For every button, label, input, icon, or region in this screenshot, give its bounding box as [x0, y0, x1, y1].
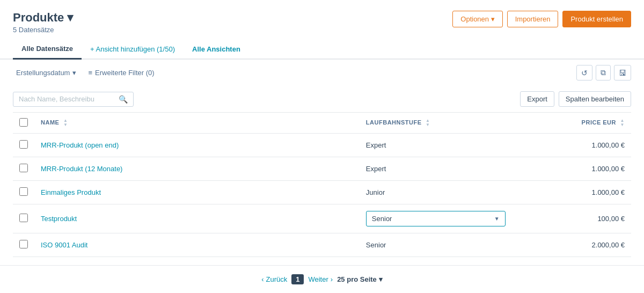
filter-icon: ≡ [88, 69, 92, 77]
col-header-career[interactable]: LAUFBAHNSTUFE ▲ ▼ [360, 113, 512, 134]
chevron-down-icon: ▾ [72, 69, 76, 77]
prev-page-button[interactable]: ‹ Zurück [261, 275, 287, 283]
search-box[interactable]: 🔍 [13, 92, 134, 107]
page-title: Produkte ▾ [13, 11, 73, 25]
table-area: 🔍 Export Spalten bearbeiten NAME ▲ ▼ [0, 86, 644, 265]
tab-all-records[interactable]: Alle Datensätze [13, 39, 82, 60]
create-product-button[interactable]: Produkt erstellen [562, 11, 631, 27]
name-sort-icon[interactable]: ▲ ▼ [63, 119, 68, 127]
career-cell: Expert [360, 134, 512, 157]
col-header-name[interactable]: NAME ▲ ▼ [34, 113, 360, 134]
tab-add-view[interactable]: + Ansicht hinzufügen (1/50) [82, 40, 184, 58]
career-dropdown[interactable]: Senior▼ [366, 211, 506, 226]
table-toolbar: 🔍 Export Spalten bearbeiten [13, 86, 631, 112]
chevron-down-icon: ▼ [494, 216, 500, 222]
pagination: ‹ Zurück 1 Weiter › 25 pro Seite ▾ [0, 265, 644, 293]
price-cell: 1.000,00 € [512, 134, 631, 157]
price-cell: 1.000,00 € [512, 157, 631, 181]
columns-button[interactable]: Spalten bearbeiten [559, 91, 631, 107]
per-page-button[interactable]: 25 pro Seite ▾ [337, 275, 383, 283]
search-input[interactable] [19, 95, 115, 103]
career-cell: Junior [360, 181, 512, 204]
row-checkbox[interactable] [19, 164, 28, 172]
page-header: Produkte ▾ 5 Datensätze Optionen ▾ Impor… [0, 0, 644, 39]
tabs-bar: Alle Datensätze + Ansicht hinzufügen (1/… [0, 39, 644, 60]
product-name-link[interactable]: Testprodukt [41, 215, 77, 223]
table-row: MRR-Produkt (12 Monate)Expert1.000,00 € [13, 157, 631, 181]
title-chevron-icon[interactable]: ▾ [67, 11, 73, 25]
row-checkbox[interactable] [19, 214, 28, 222]
save-button[interactable]: 🖫 [614, 65, 631, 80]
filter-left: Erstellungsdatum ▾ ≡ Erweiterte Filter (… [13, 67, 158, 79]
price-sort-icon[interactable]: ▲ ▼ [620, 119, 625, 127]
product-name-link[interactable]: MRR-Produkt (open end) [41, 141, 119, 149]
title-section: Produkte ▾ 5 Datensätze [13, 11, 73, 34]
next-page-button[interactable]: Weiter › [308, 275, 333, 283]
advanced-filter-button[interactable]: ≡ Erweiterte Filter (0) [85, 67, 157, 79]
col-header-check [13, 113, 34, 134]
undo-button[interactable]: ↺ [576, 65, 592, 80]
record-count: 5 Datensätze [13, 26, 73, 34]
tab-all-views[interactable]: Alle Ansichten [184, 40, 249, 58]
table-row: TestproduktSenior▼100,00 € [13, 204, 631, 233]
career-cell: Senior▼ [360, 204, 512, 233]
options-button[interactable]: Optionen ▾ [452, 11, 502, 27]
price-cell: 1.000,00 € [512, 181, 631, 204]
header-actions: Optionen ▾ Importieren Produkt erstellen [452, 11, 631, 27]
export-button[interactable]: Export [520, 91, 554, 107]
table-actions: Export Spalten bearbeiten [520, 91, 631, 107]
table-row: Einmaliges ProduktJunior1.000,00 € [13, 181, 631, 204]
price-cell: 2.000,00 € [512, 233, 631, 257]
row-checkbox[interactable] [19, 240, 28, 248]
table-row: MRR-Produkt (open end)Expert1.000,00 € [13, 134, 631, 157]
career-sort-icon[interactable]: ▲ ▼ [426, 119, 430, 127]
title-text: Produkte [13, 11, 64, 25]
col-header-price[interactable]: PRICE EUR ▲ ▼ [512, 113, 631, 134]
product-name-link[interactable]: MRR-Produkt (12 Monate) [41, 165, 122, 173]
career-cell: Expert [360, 157, 512, 181]
career-cell: Senior [360, 233, 512, 257]
copy-button[interactable]: ⧉ [596, 65, 611, 80]
row-checkbox[interactable] [19, 187, 28, 196]
select-all-checkbox[interactable] [19, 118, 28, 127]
current-page: 1 [291, 274, 304, 284]
search-icon: 🔍 [119, 95, 128, 104]
filter-right: ↺ ⧉ 🖫 [576, 65, 631, 80]
products-table: NAME ▲ ▼ LAUFBAHNSTUFE ▲ ▼ [13, 112, 631, 257]
product-name-link[interactable]: Einmaliges Produkt [41, 188, 101, 196]
table-row: ISO 9001 AuditSenior2.000,00 € [13, 233, 631, 257]
product-name-link[interactable]: ISO 9001 Audit [41, 241, 87, 249]
price-cell: 100,00 € [512, 204, 631, 233]
row-checkbox[interactable] [19, 140, 28, 149]
filter-bar: Erstellungsdatum ▾ ≡ Erweiterte Filter (… [0, 60, 644, 86]
import-button[interactable]: Importieren [507, 11, 559, 27]
date-filter-button[interactable]: Erstellungsdatum ▾ [13, 67, 79, 79]
